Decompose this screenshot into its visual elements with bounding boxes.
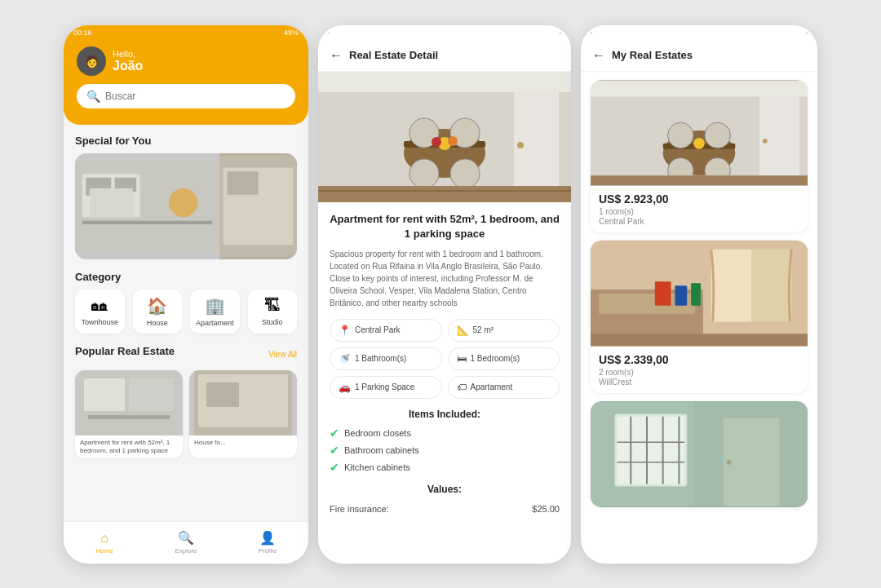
popular-header: Popular Real Estate View All (75, 345, 297, 364)
bottom-nav: ⌂ Home 🔍 Explore 👤 Profile (64, 521, 308, 564)
home-header: 🧑 Hello, João 🔍 (64, 40, 308, 125)
estate-card-body-1: US$ 2.923,00 1 room(s) Central Park (591, 186, 808, 232)
nav-explore-label: Explore (175, 547, 197, 555)
status-bar-home: 00:16 49% (64, 25, 308, 40)
estates-header: ← My Real Estates (581, 40, 817, 72)
estate-card-1[interactable]: US$ 2.923,00 1 room(s) Central Park (591, 80, 808, 232)
svg-point-45 (693, 137, 705, 148)
townhouse-icon: 🏘 (91, 296, 108, 315)
status-bar-estates: · · (581, 25, 817, 40)
values-label-1: Fire insurance: (330, 504, 389, 514)
included-item-3-label: Kitchen cabinets (344, 462, 410, 472)
feature-location-label: Central Park (355, 325, 401, 334)
check-icon-2: ✔ (330, 444, 339, 457)
svg-rect-43 (591, 80, 808, 96)
home-nav-icon: ⌂ (100, 531, 108, 546)
feature-location: 📍 Central Park (330, 319, 442, 342)
featured-property[interactable] (75, 153, 297, 259)
property-card-1[interactable]: Apartment for rent with 52m², 1 bedroom,… (75, 370, 183, 459)
category-townhouse-label: Townhouse (81, 318, 118, 326)
svg-point-37 (668, 122, 694, 148)
values-value-1: $25.00 (532, 504, 560, 514)
included-item-1: ✔ Bedroom closets (330, 427, 560, 440)
back-button[interactable]: ← (330, 48, 343, 63)
included-item-2-label: Bathroom cabinets (344, 445, 419, 455)
svg-point-26 (517, 142, 524, 148)
included-item-3: ✔ Kitchen cabinets (330, 461, 560, 474)
feature-bedroom-label: 1 Bedroom(s) (471, 354, 520, 363)
screen-my-estates: · · ← My Real Estates (581, 25, 817, 564)
svg-rect-16 (206, 382, 239, 407)
property-card-2[interactable]: House fo... (189, 370, 297, 459)
estate-rooms-2: 2 room(s) (599, 368, 799, 377)
svg-rect-12 (129, 378, 174, 411)
property-main-image (318, 72, 571, 202)
included-item-2: ✔ Bathroom cabinets (330, 444, 560, 457)
avatar[interactable]: 🧑 (77, 46, 106, 76)
user-name: João (113, 59, 143, 73)
estate-card-img-1 (591, 80, 808, 186)
category-studio[interactable]: 🏗 Studio (248, 290, 298, 334)
svg-rect-4 (82, 220, 212, 223)
estate-card-2[interactable]: US$ 2.339,00 2 room(s) WillCrest (591, 241, 808, 393)
special-section-title: Special for You (75, 135, 297, 147)
home-greeting: 🧑 Hello, João (77, 46, 295, 76)
values-row-1: Fire insurance: $25.00 (330, 502, 560, 516)
greeting-text: Hello, João (113, 49, 143, 73)
nav-explore[interactable]: 🔍 Explore (145, 522, 227, 564)
screen-detail: · · ← Real Estate Detail (318, 25, 571, 564)
svg-point-6 (169, 188, 197, 216)
feature-type: 🏷 Apartament (448, 376, 560, 399)
svg-rect-56 (591, 334, 808, 346)
category-section-title: Category (75, 271, 297, 283)
popular-section-title: Popular Real Estate (75, 345, 175, 357)
svg-point-24 (450, 159, 480, 188)
estate-rooms-1: 1 room(s) (599, 207, 799, 216)
estate-card-img-2 (591, 241, 808, 347)
property-card-label-2: House fo... (189, 435, 297, 450)
detail-content: Apartment for rent with 52m², 1 bedroom,… (318, 72, 571, 561)
detail-screen-title: Real Estate Detail (349, 49, 438, 61)
bedroom-icon: 🛏 (457, 353, 467, 365)
property-card-img-2 (189, 370, 297, 435)
estate-card-3[interactable] (591, 401, 808, 507)
category-studio-label: Studio (262, 318, 283, 326)
estate-location-1: Central Park (599, 217, 799, 226)
svg-rect-60 (618, 416, 685, 484)
screen-home: 00:16 49% 🧑 Hello, João 🔍 Special for Yo… (64, 25, 308, 564)
included-list: ✔ Bedroom closets ✔ Bathroom cabinets ✔ … (330, 427, 560, 474)
svg-rect-55 (691, 283, 701, 306)
category-house[interactable]: 🏠 House (133, 290, 183, 334)
svg-rect-49 (711, 249, 751, 321)
estate-card-body-2: US$ 2.339,00 2 room(s) WillCrest (591, 347, 808, 393)
studio-icon: 🏗 (264, 296, 281, 315)
view-all-link[interactable]: View All (268, 350, 297, 359)
featured-img-main (75, 153, 219, 259)
nav-profile[interactable]: 👤 Profile (227, 522, 308, 564)
status-time: 00:16 (73, 29, 92, 37)
svg-rect-11 (84, 378, 125, 411)
nav-home[interactable]: ⌂ Home (64, 522, 145, 564)
category-apartment[interactable]: 🏢 Apartament (190, 290, 240, 334)
svg-rect-5 (90, 188, 133, 216)
status-dot-4: · (805, 29, 808, 37)
detail-header: ← Real Estate Detail (318, 40, 571, 72)
nav-profile-label: Profile (259, 547, 277, 555)
search-input[interactable] (105, 91, 286, 102)
feature-grid: 📍 Central Park 📐 52 m² 🚿 1 Bathroom(s) 🛏… (330, 319, 560, 399)
home-content: Special for You (64, 125, 308, 515)
svg-rect-9 (227, 171, 258, 195)
values-heading: Values: (330, 484, 560, 495)
apartment-icon: 🏢 (205, 296, 225, 316)
estates-back-button[interactable]: ← (592, 48, 605, 63)
category-townhouse[interactable]: 🏘 Townhouse (75, 290, 125, 334)
property-description: Spacious property for rent with 1 bedroo… (330, 248, 560, 309)
search-bar[interactable]: 🔍 (77, 84, 295, 108)
check-icon-3: ✔ (330, 461, 339, 474)
svg-rect-29 (318, 190, 571, 192)
featured-img-secondary (219, 153, 297, 259)
explore-nav-icon: 🔍 (178, 530, 194, 546)
estate-card-img-3 (591, 401, 808, 507)
status-battery: 49% (284, 29, 299, 37)
parking-icon: 🚗 (339, 382, 351, 393)
